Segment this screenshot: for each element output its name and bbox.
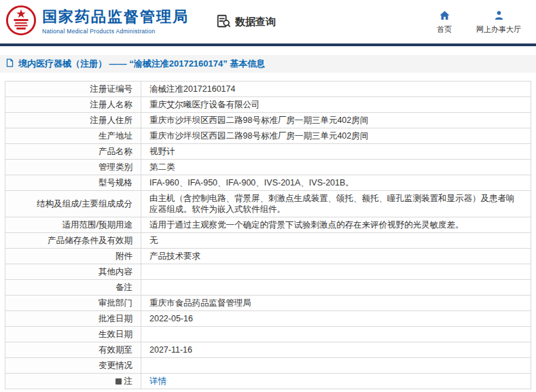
table-row: 注册人住所 重庆市沙坪坝区西园二路98号标准厂房一期三单元402房间 [5,113,531,128]
field-value [141,280,531,296]
table-row: 备注 [5,280,531,296]
nav-service-hall[interactable]: 网上办事大厅 [476,10,521,35]
registration-detail: 注册证编号 渝械注准20172160174 注册人名称 重庆艾尔曦医疗设备有限公… [5,81,531,389]
field-label: 注册人住所 [5,113,141,128]
table-row: 管理类别 第二类 [5,160,531,175]
agency-title-cn: 国家药品监督管理局 [42,9,189,25]
field-label: 变更情况 [5,358,141,374]
field-label: 结构及组成/主要组成成分 [5,191,141,217]
table-row: 注册证编号 渝械注准20172160174 [5,82,531,97]
field-label: 附件 [5,249,141,264]
field-value: 重庆艾尔曦医疗设备有限公司 [141,97,531,113]
table-row: 注册人名称 重庆艾尔曦医疗设备有限公司 [5,97,531,113]
field-value: 详情 [141,374,531,389]
registration-table: 注册证编号 渝械注准20172160174 注册人名称 重庆艾尔曦医疗设备有限公… [5,81,531,389]
page-header: 国家药品监督管理局 National Medical Products Admi… [0,0,536,43]
field-value: 重庆市沙坪坝区西园二路98号标准厂房一期三单元402房间 [141,128,531,144]
field-value: 适用于通过主观察觉一个确定的背景下试验刺激点的存在来评价视野的光灵敏度差。 [141,217,531,233]
home-icon [439,10,450,22]
field-value: 视野计 [141,144,531,160]
field-value: 由主机（含控制电路、背景屏、刺激点生成装置、颌托、额托、瞳孔监测装置和显示器）及… [141,191,531,217]
nav-home-label: 首页 [437,24,452,35]
national-emblem-icon [5,5,37,39]
field-label: 适用范围/预期用途 [5,217,141,233]
agency-title-en: National Medical Products Administration [42,28,189,35]
person-icon [493,10,505,22]
agency-logo-block: 国家药品监督管理局 National Medical Products Admi… [5,5,189,39]
header-divider [0,43,536,46]
field-label: 生效日期 [5,327,141,342]
nav-service-hall-label: 网上办事大厅 [476,24,521,35]
field-value: 重庆市沙坪坝区西园二路98号标准厂房一期三单元402房间 [141,113,531,128]
table-row: 产品储存条件及有效期 无 [5,233,531,249]
breadcrumb-text: 境内医疗器械（注册） —— “渝械注准20172160174” 基本信息 [18,58,265,70]
field-value: 2027-11-16 [141,342,531,358]
field-label: 批准日期 [5,311,141,327]
table-row: 型号规格 IFA-960、IFA-950、IFA-900、IVS-201A、IV… [5,175,531,191]
field-label: 备注 [5,280,141,296]
table-row: 适用范围/预期用途 适用于通过主观察觉一个确定的背景下试验刺激点的存在来评价视野… [5,217,531,233]
field-label: 产品储存条件及有效期 [5,233,141,249]
field-label: 管理类别 [5,160,141,175]
table-row: 注 详情 [5,374,531,389]
field-value: 渝械注准20172160174 [141,82,531,97]
data-query-label: 数据查询 [235,16,276,29]
field-label: 其他内容 [5,264,141,280]
data-query-tab[interactable]: 数据查询 [216,14,276,31]
table-row: 其他内容 [5,264,531,280]
field-value: 第二类 [141,160,531,175]
note-icon [115,378,122,385]
field-label: 审批部门 [5,296,141,311]
table-row: 批准日期 2022-05-16 [5,311,531,327]
table-row: 结构及组成/主要组成成分 由主机（含控制电路、背景屏、刺激点生成装置、颌托、额托… [5,191,531,217]
field-label: 注册人名称 [5,97,141,113]
agency-titles: 国家药品监督管理局 National Medical Products Admi… [42,9,189,34]
field-value: 产品技术要求 [141,249,531,264]
field-label: 有效期至 [5,342,141,358]
document-icon [5,58,14,69]
field-value: IFA-960、IFA-950、IFA-900、IVS-201A、IVS-201… [141,175,531,191]
table-row: 审批部门 重庆市食品药品监督管理局 [5,296,531,311]
field-label: 型号规格 [5,175,141,191]
table-row: 生效日期 [5,327,531,342]
field-label: 注册证编号 [5,82,141,97]
note-label: 注 [124,376,133,386]
field-label: 注 [5,374,141,389]
top-nav: 首页 网上办事大厅 [433,10,525,35]
data-query-icon [216,14,231,31]
table-row: 生产地址 重庆市沙坪坝区西园二路98号标准厂房一期三单元402房间 [5,128,531,144]
field-label: 产品名称 [5,144,141,160]
table-row: 附件 产品技术要求 [5,249,531,264]
field-value: 2022-05-16 [141,311,531,327]
breadcrumb: 境内医疗器械（注册） —— “渝械注准20172160174” 基本信息 [0,55,536,73]
table-row: 有效期至 2027-11-16 [5,342,531,358]
field-value [141,358,531,374]
field-value: 无 [141,233,531,249]
table-row: 产品名称 视野计 [5,144,531,160]
field-value: 重庆市食品药品监督管理局 [141,296,531,311]
field-label: 生产地址 [5,128,141,144]
table-row: 变更情况 [5,358,531,374]
field-value [141,264,531,280]
nav-home[interactable]: 首页 [433,10,456,35]
details-link[interactable]: 详情 [149,376,166,386]
field-value [141,327,531,342]
